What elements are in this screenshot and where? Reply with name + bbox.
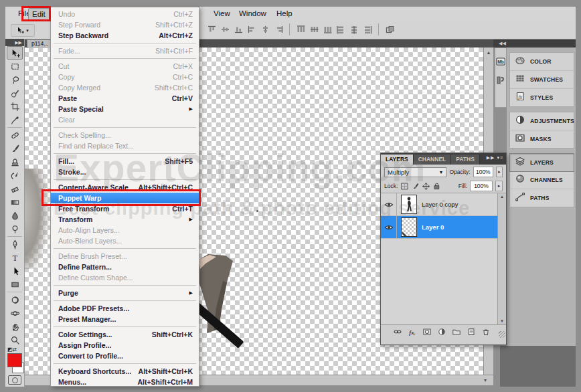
brush-tool[interactable]	[7, 142, 23, 155]
group-icon[interactable]	[452, 327, 461, 336]
dodge-tool[interactable]	[7, 222, 23, 235]
move-tool-indicator[interactable]: ▼	[11, 24, 35, 37]
layers-scrollbar[interactable]: ▲▼	[497, 193, 506, 324]
menu-item-paste-special[interactable]: Paste Special▶	[51, 104, 199, 114]
menu-item-menus[interactable]: Menus...Alt+Shift+Ctrl+M	[51, 377, 199, 387]
new-layer-icon[interactable]	[467, 327, 476, 336]
panel-menu-icon[interactable]: ▾≡	[497, 155, 503, 160]
rotate-3d-tool[interactable]	[7, 293, 23, 306]
resize-grip[interactable]	[499, 331, 505, 338]
blend-mode-select[interactable]: Multiply▼	[384, 167, 446, 177]
layer-row-layer-0-copy[interactable]: Layer 0 copy	[381, 193, 499, 216]
layer-thumbnail[interactable]	[401, 217, 417, 237]
menu-item-stroke[interactable]: Stroke...	[51, 167, 199, 177]
hand-tool[interactable]	[7, 320, 23, 333]
align-hcenter-icon[interactable]	[260, 23, 270, 35]
menu-window[interactable]: Window	[236, 8, 270, 19]
history-brush-tool[interactable]	[7, 169, 23, 182]
eyedropper-tool[interactable]	[7, 113, 23, 126]
panel-tab-layers[interactable]: LAYERS	[381, 155, 414, 165]
rect-marquee-tool[interactable]	[7, 60, 23, 73]
document-tab[interactable]: p114...	[27, 39, 53, 48]
history-panel-icon[interactable]	[495, 75, 506, 86]
dock-button-masks[interactable]: MASKS	[510, 130, 574, 148]
mini-bridge-panel-icon[interactable]: Mb	[495, 56, 506, 67]
dock-button-layers[interactable]: LAYERS	[509, 153, 574, 172]
dock-button-color[interactable]: COLOR	[510, 53, 574, 71]
link-icon[interactable]	[393, 327, 402, 336]
healing-brush-tool[interactable]	[7, 128, 23, 142]
auto-align-icon[interactable]	[384, 23, 395, 35]
lock-brush-icon[interactable]	[411, 182, 420, 191]
visibility-eye-icon[interactable]	[381, 216, 397, 238]
menu-item-preset-manager[interactable]: Preset Manager...	[51, 314, 199, 324]
dock-button-paths[interactable]: PATHS	[510, 189, 574, 207]
lasso-tool[interactable]	[7, 73, 23, 86]
dist-right-icon[interactable]	[362, 23, 373, 35]
blur-tool[interactable]	[7, 209, 23, 222]
align-top-icon[interactable]	[206, 23, 217, 35]
menu-item-convert-to-profile[interactable]: Convert to Profile...	[51, 351, 199, 361]
menu-item-assign-profile[interactable]: Assign Profile...	[51, 340, 199, 351]
dock-button-swatches[interactable]: SWATCHES	[510, 71, 574, 89]
menu-item-fill[interactable]: Fill...Shift+F5	[51, 156, 199, 167]
visibility-eye-icon[interactable]	[381, 193, 397, 215]
fx-icon[interactable]: fx.	[408, 327, 417, 336]
menu-item-adobe-pdf-presets[interactable]: Adobe PDF Presets...	[51, 303, 199, 314]
dist-vcenter-icon[interactable]	[309, 23, 319, 35]
lock-move-icon[interactable]	[422, 182, 430, 191]
menu-item-define-pattern[interactable]: Define Pattern...	[51, 262, 199, 272]
orbit-3d-tool[interactable]	[7, 306, 23, 320]
menu-item-transform[interactable]: Transform▶	[51, 214, 199, 225]
crop-tool[interactable]	[7, 100, 23, 113]
menu-view[interactable]: View	[210, 8, 234, 19]
dock-collapse-bar[interactable]: ◀◀	[493, 39, 576, 47]
menu-item-purge[interactable]: Purge▶	[51, 288, 199, 298]
menu-help[interactable]: Help	[273, 8, 296, 19]
menu-item-color-settings[interactable]: Color Settings...Shift+Ctrl+K	[51, 329, 199, 340]
mask-icon[interactable]	[422, 327, 432, 336]
dist-hcenter-icon[interactable]	[349, 23, 359, 35]
align-right-icon[interactable]	[273, 23, 284, 35]
pen-tool[interactable]	[7, 237, 23, 251]
gradient-tool[interactable]	[7, 195, 23, 209]
type-tool[interactable]: T	[7, 251, 23, 264]
lock-all-icon[interactable]	[432, 182, 441, 191]
adjustment-icon[interactable]	[437, 327, 446, 336]
fill-slider-button[interactable]: ▸	[495, 181, 503, 191]
quick-selection-tool[interactable]	[7, 86, 23, 100]
align-left-icon[interactable]	[246, 23, 257, 35]
default-colors-icon[interactable]: ◩⇄	[7, 347, 17, 353]
dist-top-icon[interactable]	[295, 23, 306, 35]
dock-button-styles[interactable]: fxSTYLES	[510, 89, 574, 106]
menu-separator	[54, 58, 196, 59]
layer-row-layer-0[interactable]: Layer 0	[381, 216, 499, 239]
clone-stamp-tool[interactable]	[7, 155, 23, 169]
menu-item-paste[interactable]: PasteCtrl+V	[51, 93, 199, 104]
dist-bottom-icon[interactable]	[322, 23, 333, 35]
toolbar-collapse-icon[interactable]: ▶▶	[5, 39, 24, 46]
quick-mask-button[interactable]	[8, 375, 21, 385]
layer-thumbnail[interactable]	[401, 195, 417, 214]
zoom-tool[interactable]	[7, 333, 23, 347]
menu-item-step-backward[interactable]: Step BackwardAlt+Ctrl+Z	[51, 30, 199, 41]
delete-icon[interactable]	[481, 327, 491, 336]
panel-tab-paths[interactable]: PATHS	[451, 155, 480, 165]
align-bottom-icon[interactable]	[233, 23, 244, 35]
move-tool[interactable]	[7, 46, 23, 60]
panel-tab-channel[interactable]: CHANNEL	[414, 155, 452, 165]
opacity-slider-button[interactable]: ▸	[496, 167, 503, 177]
panel-collapse-icon[interactable]: ▶▶	[487, 155, 497, 160]
foreground-color-swatch[interactable]	[7, 353, 22, 367]
fill-value[interactable]: 100%	[470, 181, 493, 191]
opacity-value[interactable]: 100%	[473, 167, 493, 177]
dock-button-channels[interactable]: CHANNELS	[510, 171, 574, 189]
dist-left-icon[interactable]	[335, 23, 346, 35]
eraser-tool[interactable]	[7, 182, 23, 195]
shape-tool[interactable]	[7, 278, 23, 291]
menu-item-keyboard-shortcuts[interactable]: Keyboard Shortcuts...Alt+Shift+Ctrl+K	[51, 366, 199, 377]
lock-transparent-icon[interactable]	[400, 182, 409, 191]
align-vcenter-icon[interactable]	[220, 23, 230, 35]
dock-button-adjustments[interactable]: ADJUSTMENTS	[510, 112, 574, 130]
path-selection-tool[interactable]	[7, 264, 23, 278]
